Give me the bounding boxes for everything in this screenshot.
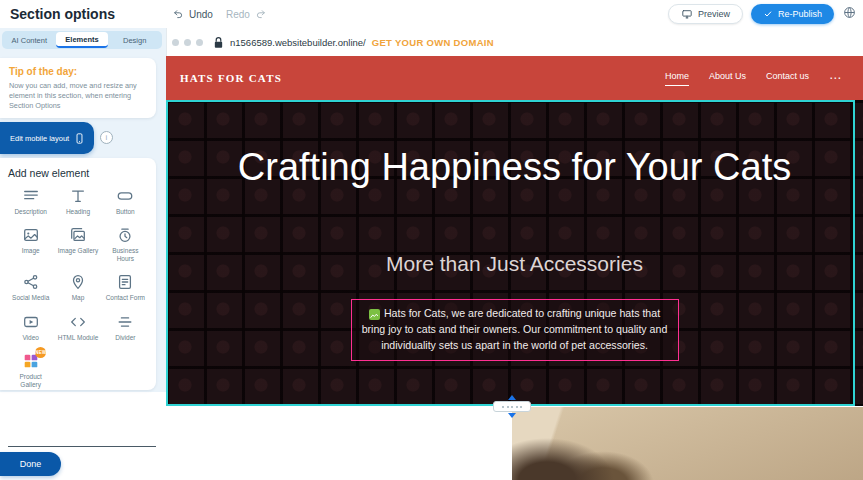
history-controls: Undo Redo [172,0,267,28]
info-icon[interactable]: i [100,131,113,144]
element-tile-button[interactable]: Button [103,187,148,216]
button-icon [116,187,134,205]
nav-home[interactable]: Home [665,71,689,86]
browser-bar: n1566589.websitebuilder.online/ GET YOUR… [166,28,863,56]
element-tile-contact-form[interactable]: Contact Form [103,273,148,302]
window-dot [196,39,203,46]
element-tile-product-gallery[interactable]: NEW Product Gallery [8,352,53,389]
tip-title: Tip of the day: [9,66,147,77]
element-tile-divider[interactable]: Divider [103,313,148,342]
tab-elements[interactable]: Elements [56,32,109,48]
divider-icon [116,313,134,331]
get-domain-link[interactable]: GET YOUR OWN DOMAIN [372,37,494,48]
element-tile-video[interactable]: Video [8,313,53,342]
done-button[interactable]: Done [0,452,61,476]
element-label: Product Gallery [9,373,53,389]
window-dot [172,39,179,46]
map-icon [69,273,87,291]
element-label: Video [22,334,39,342]
hero-paragraph-text: Hats for Cats, we are dedicated to craft… [362,307,668,351]
sidebar-panel: AI Content Elements Design Tip of the da… [0,28,166,480]
image-icon [22,226,40,244]
edit-mobile-label: Edit mobile layout [10,134,69,143]
nav-about-us[interactable]: About Us [709,71,746,85]
lock-icon [213,36,224,49]
element-tile-heading[interactable]: Heading [55,187,100,216]
monitor-icon [681,8,693,20]
globe-icon [842,5,857,20]
sidebar-tabs: AI Content Elements Design [2,31,162,49]
site-logo[interactable]: Hats for Cats [180,72,282,84]
html-module-icon [69,313,87,331]
site-header: Hats for Cats Home About Us Contact us ⋯ [166,56,863,100]
element-tile-social-media[interactable]: Social Media [8,273,53,302]
hero-paragraph-selected[interactable]: Hats for Cats, we are dedicated to craft… [351,299,679,361]
element-label: Description [14,208,47,216]
undo-icon[interactable] [172,8,184,20]
add-new-element-card: Add new element Description Heading Butt… [0,158,156,390]
preview-label: Preview [698,9,730,19]
hero-heading[interactable]: Crafting Happiness for Your Cats [235,144,795,190]
element-tile-map[interactable]: Map [55,273,100,302]
element-tile-business-hours[interactable]: Business Hours [103,226,148,263]
nav-contact-us[interactable]: Contact us [766,71,809,85]
hero-section[interactable]: Crafting Happiness for Your Cats More th… [166,100,863,406]
republish-button[interactable]: Re-Publish [751,4,834,24]
arrow-down-icon [507,412,517,418]
nav-more-icon[interactable]: ⋯ [829,75,841,81]
element-grid: Description Heading Button Image Image G… [8,187,148,389]
sidebar-divider [8,446,156,447]
heading-icon [69,187,87,205]
tab-design[interactable]: Design [108,32,161,48]
check-icon [763,9,773,19]
tip-body: Now you can add, move and resize any ele… [9,81,147,112]
drag-grip [493,401,531,412]
element-label: Contact Form [106,294,145,302]
image-gallery-icon [69,226,87,244]
new-badge: NEW [35,347,46,358]
element-label: Business Hours [103,247,147,263]
element-tile-html-module[interactable]: HTML Module [55,313,100,342]
image-placeholder-icon [369,309,380,320]
site-nav: Home About Us Contact us ⋯ [665,71,841,86]
redo-button[interactable]: Redo [226,9,250,20]
element-label: Heading [66,208,90,216]
element-label: Image Gallery [58,247,98,255]
undo-button[interactable]: Undo [189,9,213,20]
element-label: HTML Module [58,334,99,342]
edit-mobile-layout-button[interactable]: Edit mobile layout [0,122,94,154]
element-tile-image-gallery[interactable]: Image Gallery [55,226,100,263]
republish-label: Re-Publish [778,9,822,19]
element-label: Image [22,247,40,255]
element-label: Button [116,208,135,216]
element-tile-image[interactable]: Image [8,226,53,263]
topbar: Section options Undo Redo Preview Re-Pub… [0,0,863,28]
add-new-element-title: Add new element [8,167,148,179]
contact-form-icon [116,273,134,291]
phone-icon [73,131,86,146]
language-globe-button[interactable] [842,5,857,24]
page-photo-carpet-cat [512,407,863,480]
tab-ai-content[interactable]: AI Content [3,32,56,48]
site-url: n1566589.websitebuilder.online/ [230,37,366,48]
hero-subheading[interactable]: More than Just Accessories [166,252,863,276]
window-dot [184,39,191,46]
video-icon [22,313,40,331]
business-hours-icon [116,226,134,244]
description-icon [22,187,40,205]
element-label: Social Media [12,294,49,302]
tip-of-the-day-card: Tip of the day: Now you can add, move an… [0,58,156,118]
social-media-icon [22,273,40,291]
page-title: Section options [10,6,115,22]
preview-button[interactable]: Preview [668,4,743,24]
element-tile-description[interactable]: Description [8,187,53,216]
section-resize-handle[interactable] [492,395,532,418]
topbar-actions: Preview Re-Publish [668,0,857,28]
element-label: Divider [115,334,135,342]
redo-icon[interactable] [255,8,267,20]
element-label: Map [72,294,85,302]
